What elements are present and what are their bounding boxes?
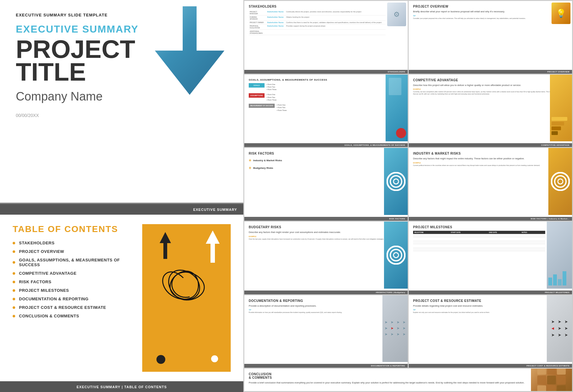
mini-slide-project-milestones: PROJECT MILESTONES MILESTONE START DATE … [409, 222, 572, 294]
goals-row-assumptions: ASSUMPTIONS • Point One• Point Two• Poin… [249, 93, 403, 101]
toc-text: GOALS, ASSUMPTIONS, & MEASUREMENTS OF SU… [19, 258, 136, 267]
competitive-advantage-body: Describe how this project will allow you… [413, 84, 568, 87]
project-cost-body: Provide details regarding total project … [413, 304, 545, 308]
maze-svg-budgetary [387, 246, 405, 265]
industry-risks-body: Describe any factors that might impact t… [413, 157, 568, 161]
arrow-shape [155, 6, 224, 95]
budgetary-risks-footer: #RISKFACTORS | Budgetary [244, 291, 408, 294]
risk-text-budgetary: Budgetary Risks [253, 167, 273, 169]
stakeholders-title: STAKEHOLDERS [249, 5, 386, 8]
risk-item-budgetary: + Budgetary Risks [249, 165, 403, 170]
competitive-advantage-title: COMPETITIVE ADVANTAGE [413, 78, 568, 82]
toc-bullet [13, 281, 15, 283]
industry-risks-title: INDUSTRY & MARKET RISKS [413, 152, 568, 155]
stakeholders-img: ⚙ [387, 3, 406, 26]
documentation-tip-body: Provide information on how you will stan… [249, 311, 381, 314]
toc-item-conclusion: CONCLUSION & COMMENTS [13, 314, 136, 318]
toc-item-documentation: DOCUMENTATION & REPORTING [13, 297, 136, 301]
toc-text: CONCLUSION & COMMENTS [19, 314, 79, 318]
toc-bullet [13, 261, 15, 264]
toc-item-stakeholders: STAKEHOLDERS [13, 241, 136, 245]
toc-text: PROJECT OVERVIEW [19, 249, 64, 254]
budgetary-risks-example-body: Over the last year, supply chain disrupt… [249, 238, 403, 240]
goals-points-assumptions: • Point One• Point Two• Point Three [266, 93, 277, 101]
comp-adv-img [550, 75, 572, 142]
toc-text: COMPETITIVE ADVANTAGE [19, 271, 76, 276]
svg-point-8 [393, 253, 399, 258]
mini-slide-goals: GOALS, ASSUMPTIONS, & MEASUREMENTS OF SU… [244, 75, 408, 147]
project-overview-title: PROJECT OVERVIEW [413, 5, 568, 8]
plus-icon-budgetary: + [249, 165, 251, 170]
goals-label-assumptions: ASSUMPTIONS [249, 93, 265, 98]
risk-factors-title: RISK FACTORS [249, 152, 403, 155]
project-cost-tip-label: TIP [413, 309, 545, 311]
toc-item-project-overview: PROJECT OVERVIEW [13, 249, 136, 254]
conclusion-title: CONCLUSION& COMMENTS [249, 372, 531, 379]
scribble-svg [145, 249, 221, 306]
mini-slide-risk-factors: RISK FACTORS + Industry & Market Risks +… [244, 148, 408, 221]
mini-slide-stakeholders: STAKEHOLDERS PROJECT MANAGER Stakeholder… [244, 1, 408, 74]
documentation-body: Provide a description of documentation a… [249, 304, 381, 308]
toc-right-visual [142, 224, 231, 372]
slide1-date: 00/00/20XX [16, 113, 228, 118]
milestones-chart [547, 222, 572, 289]
project-overview-tip-label: TIP [413, 15, 568, 17]
toc-bullet [13, 306, 15, 309]
maze-svg-orange [551, 172, 570, 191]
risk-text-industry: Industry & Market Risks [253, 159, 282, 162]
documentation-arrows-img: ➤ ➤ ➤ ➤ ➤ ➤ ➤ ➤ ➤ ➤ ➤ ➤ [382, 295, 408, 362]
toc-bullet [13, 272, 15, 275]
toc-text: PROJECT MILESTONES [19, 288, 69, 293]
goals-right-img [386, 75, 408, 142]
toc-title: TABLE OF CONTENTS [13, 224, 136, 234]
mini-slide-industry-risks: INDUSTRY & MARKET RISKS Describe any fac… [409, 148, 572, 221]
budgetary-risks-body: Describe any factors that might render y… [249, 231, 403, 234]
industry-risks-example-body: Current political tensions in the countr… [413, 164, 568, 167]
left-panel: EXECUTIVE SUMMARY SLIDE TEMPLATE EXECUTI… [0, 0, 243, 392]
industry-risks-example-label: EXAMPLE [413, 162, 568, 164]
mini-slide-competitive-advantage: COMPETITIVE ADVANTAGE Describe how this … [409, 75, 572, 147]
toc-bullet [13, 298, 15, 300]
comp-adv-footer: COMPETITIVE ADVANTAGE [409, 143, 572, 147]
project-cost-tip-body: Explain not only your cost and resource … [413, 311, 545, 314]
toc-text: DOCUMENTATION & REPORTING [19, 297, 88, 301]
goals-row-measurement: MEASUREMENT OF SUCCESS • Point One• Poin… [249, 104, 403, 112]
toc-bottom-circle-black [156, 355, 165, 364]
svg-point-1 [390, 176, 402, 187]
main-container: EXECUTIVE SUMMARY SLIDE TEMPLATE EXECUTI… [0, 0, 573, 392]
project-cost-footer: PROJECT COST & RESOURCE ESTIMATE [409, 364, 572, 368]
project-overview-body: Briefly describe what your report or bus… [413, 10, 568, 14]
risk-maze-img [384, 148, 408, 215]
documentation-tip-label: TIP [249, 309, 381, 311]
goals-title: GOALS, ASSUMPTIONS, & MEASUREMENTS OF SU… [249, 78, 403, 81]
toc-text: PROJECT COST & RESOURCE ESTIMATE [19, 305, 106, 310]
slide1-footer: EXECUTIVE SUMMARY [0, 204, 243, 215]
toc-bullet [13, 289, 15, 292]
mini-slide-documentation: DOCUMENTATION & REPORTING Provide a desc… [244, 295, 408, 368]
budgetary-maze-img [384, 222, 408, 289]
budgetary-risks-title: BUDGETARY RISKS [249, 225, 403, 229]
maze-svg-cyan [387, 172, 405, 191]
arrow-image-area [155, 6, 237, 107]
toc-bullet [13, 250, 15, 253]
toc-content: TABLE OF CONTENTS STAKEHOLDERS PROJECT O… [0, 215, 243, 381]
toc-item-milestones: PROJECT MILESTONES [13, 288, 136, 293]
toc-bullet [13, 315, 15, 317]
goals-footer: GOALS, ASSUMPTIONS, & MEASUREMENTS OF SU… [244, 143, 408, 147]
toc-item-competitive: COMPETITIVE ADVANTAGE [13, 271, 136, 276]
goals-label-measurement: MEASUREMENT OF SUCCESS [249, 104, 275, 108]
comp-adv-example-body: Currently, we lose competitors after mar… [413, 91, 568, 95]
toc-left: TABLE OF CONTENTS STAKEHOLDERS PROJECT O… [13, 224, 142, 372]
stakeholders-table: PROJECT MANAGER Stakeholder Name Continu… [249, 10, 386, 35]
goals-block: GOALS • Point One• Point Two• Point Thre… [249, 83, 403, 112]
toc-bullet [13, 242, 15, 244]
svg-point-4 [555, 176, 566, 187]
project-milestones-footer: PROJECT MILESTONES [409, 291, 572, 294]
risk-item-industry: + Industry & Market Risks [249, 158, 403, 163]
mini-slide-project-cost: PROJECT COST & RESOURCE ESTIMATE Provide… [409, 295, 572, 368]
toc-text: RISK FACTORS [19, 279, 52, 284]
goals-label-goals: GOALS [249, 83, 265, 88]
industry-risks-footer: RISK FACTORS | Industry & Market... [409, 217, 572, 221]
documentation-title: DOCUMENTATION & REPORTING [249, 299, 381, 303]
toc-item-cost: PROJECT COST & RESOURCE ESTIMATE [13, 305, 136, 310]
